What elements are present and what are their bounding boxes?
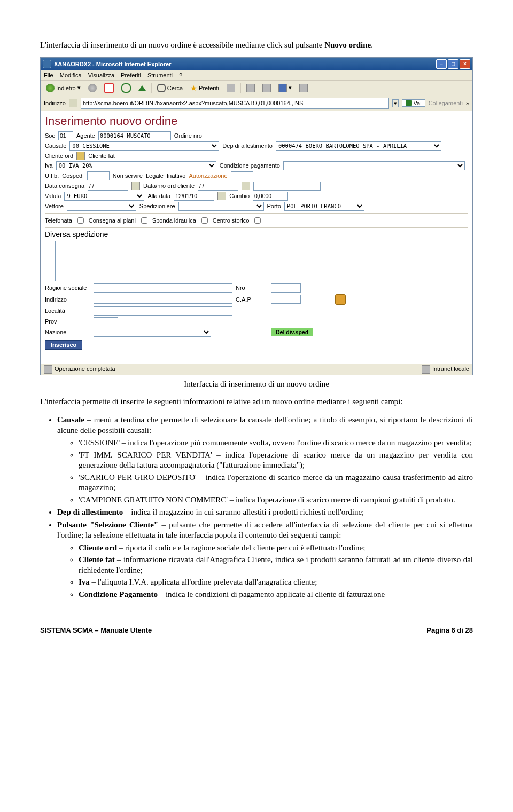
- ragione-input[interactable]: [94, 283, 232, 293]
- sponda-checkbox[interactable]: [201, 217, 208, 224]
- localita-label: Località: [45, 308, 90, 314]
- menubar: FFileile Modifica Visualizza Preferiti S…: [41, 70, 472, 81]
- extra-button[interactable]: [297, 83, 310, 93]
- cap-input[interactable]: [271, 295, 301, 304]
- del-divsped-button[interactable]: Del div.sped: [271, 328, 313, 336]
- back-icon: [46, 84, 55, 92]
- go-button[interactable]: Vai: [402, 99, 425, 107]
- address-input[interactable]: [81, 98, 389, 109]
- nazione-select[interactable]: [94, 328, 211, 337]
- centro-checkbox[interactable]: [254, 217, 261, 224]
- dep-select[interactable]: 0000474 BOERO BARTOLOMEO SPA - APRILIA: [276, 141, 441, 151]
- spedizioniere-select[interactable]: [178, 202, 264, 211]
- nro-input[interactable]: [271, 283, 301, 293]
- localita-input[interactable]: [94, 306, 232, 316]
- screenshot-window: XANAORDX2 - Microsoft Internet Explorer …: [40, 57, 473, 375]
- refresh-button[interactable]: [119, 82, 133, 94]
- calendar-icon-3[interactable]: [217, 192, 226, 200]
- extra-icon: [299, 84, 308, 92]
- vettore-select[interactable]: [67, 202, 136, 211]
- paragraph-2: L'interfaccia permette di inserire le se…: [40, 397, 473, 407]
- menu-strumenti[interactable]: Strumenti: [147, 72, 173, 78]
- bullet-list: Causale – menù a tendina che permette di…: [40, 415, 473, 600]
- piani-label: Consegna ai piani: [89, 217, 136, 224]
- soc-input[interactable]: [58, 131, 73, 140]
- agente-input[interactable]: [98, 131, 171, 140]
- intro-bold: Nuovo ordine: [324, 41, 371, 49]
- mail-icon: [246, 84, 255, 92]
- calendar-icon-2[interactable]: [242, 182, 250, 190]
- inattivo-label: Inattivo: [167, 172, 185, 179]
- maximize-button[interactable]: □: [448, 59, 458, 69]
- sub-cliente-ord: Cliente ord – riporta il codice e la rag…: [79, 543, 473, 554]
- mail-button[interactable]: [244, 83, 257, 93]
- indirizzo-label: Indirizzo: [45, 296, 90, 303]
- intro-paragraph: L'interfaccia di inserimento di un nuovo…: [40, 40, 473, 51]
- history-button[interactable]: [224, 83, 237, 93]
- address-dropdown[interactable]: ▾: [392, 99, 399, 107]
- form-title: Inserimento nuovo ordine: [45, 114, 468, 128]
- home-icon: [138, 85, 146, 91]
- porto-select[interactable]: POF PORTO FRANCO: [284, 202, 364, 211]
- home-button[interactable]: [136, 84, 148, 92]
- minimize-button[interactable]: –: [436, 59, 447, 69]
- print-button[interactable]: [260, 83, 273, 93]
- stop-icon: [104, 83, 114, 93]
- bullet-dep: Dep di allestimento – indica il magazzin…: [57, 507, 473, 518]
- status-left: Operazione completata: [55, 365, 115, 372]
- iva-select[interactable]: 00 IVA 20%: [56, 161, 216, 170]
- cliente-ord-lookup-icon[interactable]: [76, 152, 85, 160]
- nro-ord-cliente-input[interactable]: [253, 182, 321, 191]
- sub-campione: 'CAMPIONE GRATUITO NON COMMERC' – indica…: [79, 495, 473, 506]
- cambio-input[interactable]: [253, 192, 288, 201]
- condpag-select[interactable]: [283, 161, 465, 170]
- valuta-select[interactable]: 9 EURO: [64, 192, 144, 201]
- menu-preferiti[interactable]: Preferiti: [121, 72, 141, 78]
- vettore-label: Vettore: [45, 203, 64, 209]
- sub-cessione: 'CESSIONE' – indica l'operazione più com…: [79, 438, 473, 448]
- causale-select[interactable]: 00 CESSIONE: [69, 141, 219, 151]
- autorizzazione-input[interactable]: [231, 171, 253, 180]
- cap-label: C.A.P: [236, 296, 268, 303]
- inserisco-button[interactable]: Inserisco: [45, 340, 82, 350]
- menu-file[interactable]: FFileile: [44, 72, 53, 78]
- menu-help[interactable]: ?: [179, 72, 182, 78]
- calendar-icon[interactable]: [131, 182, 140, 190]
- piani-checkbox[interactable]: [141, 217, 147, 224]
- history-icon: [227, 84, 235, 92]
- status-done-icon: [44, 365, 52, 374]
- telefonata-checkbox[interactable]: [77, 217, 84, 224]
- map-icon[interactable]: [335, 294, 346, 305]
- alladata-input[interactable]: [174, 192, 214, 201]
- dataord-input[interactable]: [198, 182, 238, 191]
- bullet-causale: Causale – menù a tendina che permette di…: [57, 415, 473, 505]
- menu-modifica[interactable]: Modifica: [60, 72, 82, 78]
- footer-left: SISTEMA SCMA – Manuale Utente: [40, 626, 152, 634]
- prov-input[interactable]: [94, 317, 118, 326]
- search-button[interactable]: Cerca: [155, 83, 185, 93]
- star-icon: ★: [190, 84, 197, 92]
- back-button[interactable]: Indietro ▾: [44, 83, 83, 93]
- nonservire-label: Non servire: [113, 172, 143, 179]
- sped-select-box[interactable]: [45, 241, 56, 281]
- print-icon: [262, 84, 271, 92]
- cambio-label: Cambio: [229, 193, 250, 199]
- soc-label: Soc: [45, 132, 55, 139]
- spedizioniere-label: Spedizioniere: [139, 203, 175, 209]
- datacons-input[interactable]: [88, 182, 128, 191]
- favorites-button[interactable]: ★Preferiti: [188, 83, 221, 93]
- cospedi-input[interactable]: [87, 171, 110, 180]
- menu-visualizza[interactable]: Visualizza: [88, 72, 114, 78]
- ufb-label: U.f.b.: [45, 172, 59, 179]
- links-expand[interactable]: »: [466, 100, 469, 106]
- sub-ftimm: 'FT IMM. SCARICO PER VENDITA' – indica l…: [79, 450, 473, 471]
- stop-button[interactable]: [102, 82, 116, 94]
- word-button[interactable]: ▾: [276, 83, 294, 93]
- close-button[interactable]: ×: [460, 59, 470, 69]
- forward-button[interactable]: [86, 83, 99, 93]
- page-footer: SISTEMA SCMA – Manuale Utente Pagina 6 d…: [40, 626, 473, 634]
- indirizzo-input[interactable]: [94, 295, 232, 304]
- sub-iva: Iva – l'aliquota I.V.A. applicata all'or…: [79, 577, 473, 588]
- links-label[interactable]: Collegamenti: [429, 100, 463, 106]
- causale-label: Causale: [45, 143, 66, 149]
